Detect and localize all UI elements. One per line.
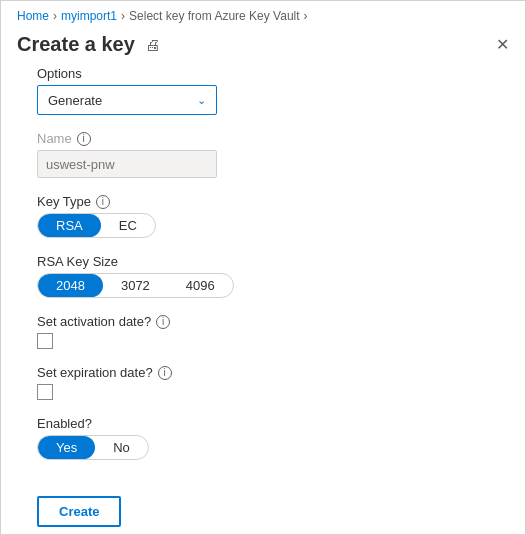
rsa-key-size-field: RSA Key Size 2048 3072 4096	[37, 254, 489, 298]
rsa-key-size-toggle: 2048 3072 4096	[37, 273, 234, 298]
name-field: Name i	[37, 131, 489, 178]
title-area: Create a key 🖨	[17, 33, 160, 56]
create-key-panel: Home › myimport1 › Select key from Azure…	[0, 0, 526, 534]
activation-date-field: Set activation date? i	[37, 314, 489, 349]
activation-checkbox[interactable]	[37, 333, 53, 349]
enabled-label: Enabled?	[37, 416, 489, 431]
key-type-toggle: RSA EC	[37, 213, 156, 238]
key-type-field: Key Type i RSA EC	[37, 194, 489, 238]
options-field: Options Generate ⌄	[37, 66, 489, 115]
key-type-label: Key Type i	[37, 194, 489, 209]
activation-date-label: Set activation date? i	[37, 314, 489, 329]
panel-header: Create a key 🖨 ✕	[1, 23, 525, 62]
form-content: Options Generate ⌄ Name i Key Type i RSA…	[1, 62, 525, 480]
options-dropdown[interactable]: Generate ⌄	[37, 85, 217, 115]
key-type-info-icon[interactable]: i	[96, 195, 110, 209]
rsa-key-size-label: RSA Key Size	[37, 254, 489, 269]
breadcrumb-home[interactable]: Home	[17, 9, 49, 23]
enabled-field: Enabled? Yes No	[37, 416, 489, 460]
options-value: Generate	[48, 93, 102, 108]
breadcrumb-current: Select key from Azure Key Vault	[129, 9, 300, 23]
key-size-2048[interactable]: 2048	[38, 274, 103, 297]
key-type-ec[interactable]: EC	[101, 214, 155, 237]
key-type-rsa[interactable]: RSA	[38, 214, 101, 237]
close-icon[interactable]: ✕	[496, 37, 509, 53]
expiration-info-icon[interactable]: i	[158, 366, 172, 380]
name-info-icon[interactable]: i	[77, 132, 91, 146]
key-size-3072[interactable]: 3072	[103, 274, 168, 297]
activation-info-icon[interactable]: i	[156, 315, 170, 329]
enabled-toggle: Yes No	[37, 435, 149, 460]
expiration-date-field: Set expiration date? i	[37, 365, 489, 400]
expiration-checkbox[interactable]	[37, 384, 53, 400]
activation-checkbox-wrapper	[37, 333, 489, 349]
options-label: Options	[37, 66, 489, 81]
breadcrumb-myimport1[interactable]: myimport1	[61, 9, 117, 23]
panel-footer: Create	[1, 480, 525, 534]
name-label: Name i	[37, 131, 489, 146]
chevron-down-icon: ⌄	[197, 94, 206, 107]
print-icon[interactable]: 🖨	[145, 36, 160, 53]
enabled-no[interactable]: No	[95, 436, 148, 459]
key-size-4096[interactable]: 4096	[168, 274, 233, 297]
enabled-yes[interactable]: Yes	[38, 436, 95, 459]
breadcrumb: Home › myimport1 › Select key from Azure…	[1, 1, 525, 23]
expiration-date-label: Set expiration date? i	[37, 365, 489, 380]
create-button[interactable]: Create	[37, 496, 121, 527]
name-input[interactable]	[37, 150, 217, 178]
expiration-checkbox-wrapper	[37, 384, 489, 400]
page-title: Create a key	[17, 33, 135, 56]
